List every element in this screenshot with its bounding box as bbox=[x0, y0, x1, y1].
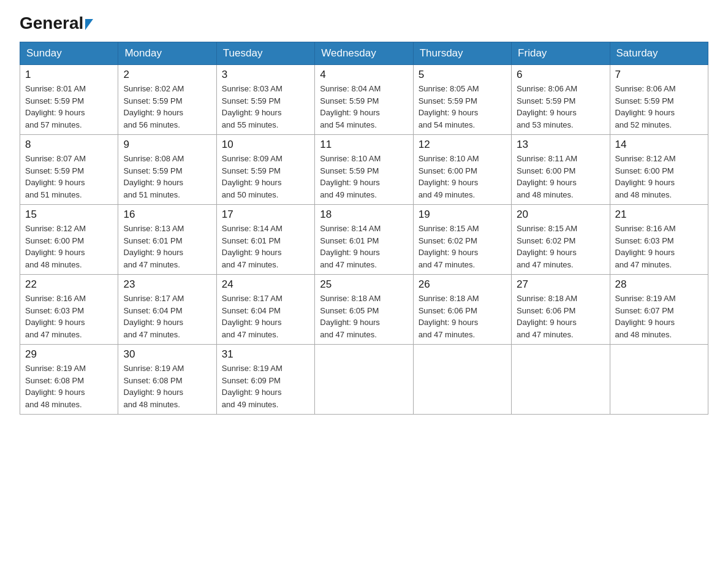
calendar-week-row: 15 Sunrise: 8:12 AMSunset: 6:00 PMDaylig… bbox=[20, 205, 708, 275]
calendar-day-cell: 1 Sunrise: 8:01 AMSunset: 5:59 PMDayligh… bbox=[20, 65, 118, 135]
day-info: Sunrise: 8:02 AMSunset: 5:59 PMDaylight:… bbox=[123, 84, 184, 129]
day-of-week-header: Sunday bbox=[20, 42, 118, 65]
day-number: 2 bbox=[123, 69, 211, 81]
day-number: 15 bbox=[25, 209, 113, 221]
day-info: Sunrise: 8:16 AMSunset: 6:03 PMDaylight:… bbox=[25, 294, 86, 339]
calendar-day-cell: 14 Sunrise: 8:12 AMSunset: 6:00 PMDaylig… bbox=[610, 135, 708, 205]
calendar-day-cell: 2 Sunrise: 8:02 AMSunset: 5:59 PMDayligh… bbox=[118, 65, 216, 135]
calendar-day-cell: 24 Sunrise: 8:17 AMSunset: 6:04 PMDaylig… bbox=[216, 275, 314, 345]
logo-general-text: General bbox=[20, 15, 83, 32]
day-number: 3 bbox=[222, 69, 309, 81]
calendar-day-cell: 23 Sunrise: 8:17 AMSunset: 6:04 PMDaylig… bbox=[118, 275, 216, 345]
day-of-week-header: Saturday bbox=[610, 42, 708, 65]
calendar-day-cell: 22 Sunrise: 8:16 AMSunset: 6:03 PMDaylig… bbox=[20, 275, 118, 345]
day-info: Sunrise: 8:05 AMSunset: 5:59 PMDaylight:… bbox=[419, 84, 479, 129]
day-number: 25 bbox=[320, 278, 408, 291]
day-of-week-header: Friday bbox=[512, 42, 610, 65]
day-number: 8 bbox=[25, 139, 113, 151]
calendar-day-cell: 16 Sunrise: 8:13 AMSunset: 6:01 PMDaylig… bbox=[118, 205, 216, 275]
day-number: 19 bbox=[419, 209, 506, 221]
calendar-day-cell: 20 Sunrise: 8:15 AMSunset: 6:02 PMDaylig… bbox=[512, 205, 610, 275]
page-header: General bbox=[20, 15, 708, 32]
day-info: Sunrise: 8:19 AMSunset: 6:07 PMDaylight:… bbox=[615, 294, 676, 339]
calendar-day-cell: 6 Sunrise: 8:06 AMSunset: 5:59 PMDayligh… bbox=[512, 65, 610, 135]
day-of-week-header: Monday bbox=[118, 42, 216, 65]
calendar-day-cell bbox=[315, 345, 413, 415]
day-number: 5 bbox=[419, 69, 506, 81]
day-info: Sunrise: 8:16 AMSunset: 6:03 PMDaylight:… bbox=[615, 224, 676, 269]
day-info: Sunrise: 8:03 AMSunset: 5:59 PMDaylight:… bbox=[222, 84, 282, 129]
day-info: Sunrise: 8:10 AMSunset: 5:59 PMDaylight:… bbox=[320, 154, 381, 199]
day-number: 18 bbox=[320, 209, 408, 221]
day-info: Sunrise: 8:18 AMSunset: 6:05 PMDaylight:… bbox=[320, 294, 381, 339]
calendar-day-cell: 28 Sunrise: 8:19 AMSunset: 6:07 PMDaylig… bbox=[610, 275, 708, 345]
day-number: 17 bbox=[222, 209, 309, 221]
day-number: 14 bbox=[615, 139, 703, 151]
calendar-day-cell: 26 Sunrise: 8:18 AMSunset: 6:06 PMDaylig… bbox=[413, 275, 511, 345]
day-info: Sunrise: 8:17 AMSunset: 6:04 PMDaylight:… bbox=[123, 294, 184, 339]
calendar-day-cell: 17 Sunrise: 8:14 AMSunset: 6:01 PMDaylig… bbox=[216, 205, 314, 275]
calendar-day-cell: 9 Sunrise: 8:08 AMSunset: 5:59 PMDayligh… bbox=[118, 135, 216, 205]
day-info: Sunrise: 8:19 AMSunset: 6:08 PMDaylight:… bbox=[123, 364, 184, 409]
day-info: Sunrise: 8:18 AMSunset: 6:06 PMDaylight:… bbox=[419, 294, 479, 339]
day-info: Sunrise: 8:15 AMSunset: 6:02 PMDaylight:… bbox=[517, 224, 577, 269]
day-info: Sunrise: 8:04 AMSunset: 5:59 PMDaylight:… bbox=[320, 84, 381, 129]
day-number: 26 bbox=[419, 278, 506, 291]
day-info: Sunrise: 8:14 AMSunset: 6:01 PMDaylight:… bbox=[320, 224, 381, 269]
calendar-day-cell: 31 Sunrise: 8:19 AMSunset: 6:09 PMDaylig… bbox=[216, 345, 314, 415]
day-info: Sunrise: 8:18 AMSunset: 6:06 PMDaylight:… bbox=[517, 294, 577, 339]
calendar-day-cell bbox=[512, 345, 610, 415]
logo-triangle-icon bbox=[85, 19, 93, 30]
day-info: Sunrise: 8:13 AMSunset: 6:01 PMDaylight:… bbox=[123, 224, 184, 269]
day-number: 4 bbox=[320, 69, 408, 81]
calendar-week-row: 1 Sunrise: 8:01 AMSunset: 5:59 PMDayligh… bbox=[20, 65, 708, 135]
calendar-week-row: 8 Sunrise: 8:07 AMSunset: 5:59 PMDayligh… bbox=[20, 135, 708, 205]
calendar-day-cell: 15 Sunrise: 8:12 AMSunset: 6:00 PMDaylig… bbox=[20, 205, 118, 275]
calendar-week-row: 29 Sunrise: 8:19 AMSunset: 6:08 PMDaylig… bbox=[20, 345, 708, 415]
day-info: Sunrise: 8:11 AMSunset: 6:00 PMDaylight:… bbox=[517, 154, 577, 199]
day-info: Sunrise: 8:07 AMSunset: 5:59 PMDaylight:… bbox=[25, 154, 86, 199]
day-number: 12 bbox=[419, 139, 506, 151]
calendar-day-cell: 11 Sunrise: 8:10 AMSunset: 5:59 PMDaylig… bbox=[315, 135, 413, 205]
day-info: Sunrise: 8:06 AMSunset: 5:59 PMDaylight:… bbox=[517, 84, 577, 129]
calendar-day-cell: 25 Sunrise: 8:18 AMSunset: 6:05 PMDaylig… bbox=[315, 275, 413, 345]
calendar-day-cell: 4 Sunrise: 8:04 AMSunset: 5:59 PMDayligh… bbox=[315, 65, 413, 135]
day-number: 22 bbox=[25, 278, 113, 291]
day-number: 10 bbox=[222, 139, 309, 151]
calendar-day-cell bbox=[413, 345, 511, 415]
calendar-day-cell: 10 Sunrise: 8:09 AMSunset: 5:59 PMDaylig… bbox=[216, 135, 314, 205]
day-info: Sunrise: 8:10 AMSunset: 6:00 PMDaylight:… bbox=[419, 154, 479, 199]
day-number: 6 bbox=[517, 69, 604, 81]
calendar-day-cell: 3 Sunrise: 8:03 AMSunset: 5:59 PMDayligh… bbox=[216, 65, 314, 135]
day-number: 9 bbox=[123, 139, 211, 151]
day-number: 20 bbox=[517, 209, 604, 221]
day-number: 24 bbox=[222, 278, 309, 291]
day-number: 27 bbox=[517, 278, 604, 291]
calendar-table: SundayMondayTuesdayWednesdayThursdayFrid… bbox=[20, 42, 708, 415]
day-info: Sunrise: 8:06 AMSunset: 5:59 PMDaylight:… bbox=[615, 84, 676, 129]
calendar-day-cell bbox=[610, 345, 708, 415]
calendar-day-cell: 7 Sunrise: 8:06 AMSunset: 5:59 PMDayligh… bbox=[610, 65, 708, 135]
calendar-day-cell: 18 Sunrise: 8:14 AMSunset: 6:01 PMDaylig… bbox=[315, 205, 413, 275]
day-info: Sunrise: 8:19 AMSunset: 6:09 PMDaylight:… bbox=[222, 364, 282, 409]
day-number: 21 bbox=[615, 209, 703, 221]
day-number: 23 bbox=[123, 278, 211, 291]
day-number: 29 bbox=[25, 348, 113, 361]
day-of-week-header: Thursday bbox=[413, 42, 511, 65]
day-info: Sunrise: 8:12 AMSunset: 6:00 PMDaylight:… bbox=[25, 224, 86, 269]
calendar-header-row: SundayMondayTuesdayWednesdayThursdayFrid… bbox=[20, 42, 708, 65]
calendar-day-cell: 27 Sunrise: 8:18 AMSunset: 6:06 PMDaylig… bbox=[512, 275, 610, 345]
day-of-week-header: Tuesday bbox=[216, 42, 314, 65]
day-number: 30 bbox=[123, 348, 211, 361]
day-info: Sunrise: 8:08 AMSunset: 5:59 PMDaylight:… bbox=[123, 154, 184, 199]
day-info: Sunrise: 8:15 AMSunset: 6:02 PMDaylight:… bbox=[419, 224, 479, 269]
day-number: 1 bbox=[25, 69, 113, 81]
calendar-day-cell: 29 Sunrise: 8:19 AMSunset: 6:08 PMDaylig… bbox=[20, 345, 118, 415]
day-number: 16 bbox=[123, 209, 211, 221]
day-info: Sunrise: 8:19 AMSunset: 6:08 PMDaylight:… bbox=[25, 364, 86, 409]
day-info: Sunrise: 8:01 AMSunset: 5:59 PMDaylight:… bbox=[25, 84, 86, 129]
calendar-week-row: 22 Sunrise: 8:16 AMSunset: 6:03 PMDaylig… bbox=[20, 275, 708, 345]
logo: General bbox=[20, 15, 93, 32]
day-info: Sunrise: 8:14 AMSunset: 6:01 PMDaylight:… bbox=[222, 224, 282, 269]
day-info: Sunrise: 8:12 AMSunset: 6:00 PMDaylight:… bbox=[615, 154, 676, 199]
